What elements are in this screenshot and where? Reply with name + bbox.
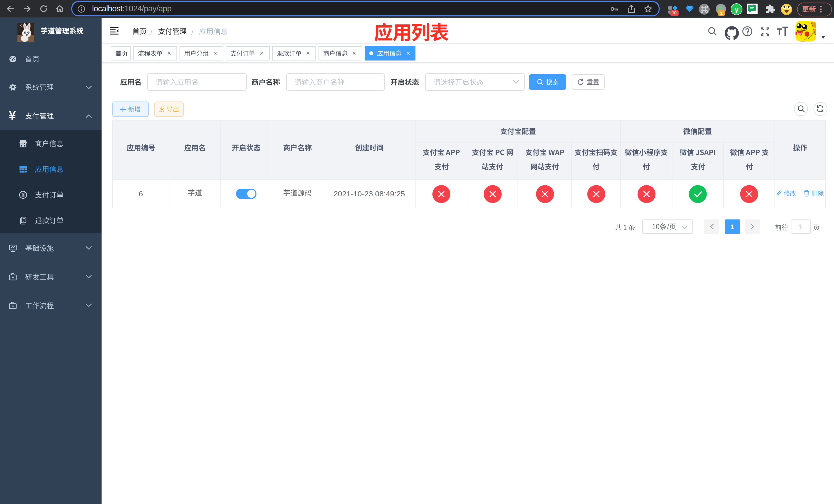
svg-text:y: y — [735, 5, 739, 13]
